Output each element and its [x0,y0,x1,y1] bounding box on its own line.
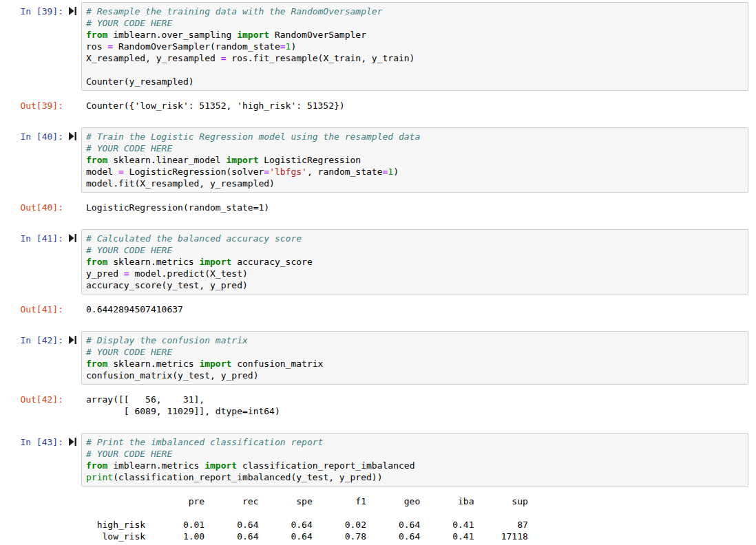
output-line: high_risk 0.01 0.64 0.64 0.02 0.64 0.41 … [86,519,752,531]
output-prompt: Out[42]: [0,394,63,405]
run-cell-icon[interactable] [69,438,76,446]
code-line: y_pred = model.predict(X_test) [86,268,744,279]
run-cell-icon[interactable] [69,336,76,344]
input-prompt: In [43]: [0,433,63,448]
output-line [86,542,752,545]
run-cell-icon[interactable] [69,7,76,15]
code-line: # YOUR CODE HERE [86,244,744,256]
code-line: accuracy_score(y_test, y_pred) [86,279,744,291]
output-area: LogisticRegression(random_state=1) [81,202,756,213]
code-cell-40: In [40]: # Train the Logistic Regression… [0,127,756,213]
code-line: model.fit(X_resampled, y_resampled) [86,178,744,189]
code-line: # YOUR CODE HERE [86,346,744,358]
input-prompt: In [40]: [0,127,63,142]
code-line: # YOUR CODE HERE [86,17,744,29]
code-line: # Print the imbalanced classification re… [86,436,744,448]
output-line: low_risk 1.00 0.64 0.64 0.78 0.64 0.41 1… [86,531,752,542]
code-line: # YOUR CODE HERE [86,142,744,154]
output-area: Counter({'low_risk': 51352, 'high_risk':… [81,100,756,111]
code-cell-39: In [39]: # Resample the training data wi… [0,2,756,111]
code-line: ros = RandomOverSampler(random_state=1) [86,41,744,52]
notebook-area: In [39]: # Resample the training data wi… [0,0,756,545]
play-step-icon [69,132,76,140]
code-line: confusion_matrix(y_test, y_pred) [86,370,744,381]
output-line: array([[ 56, 31], [86,394,752,405]
run-cell-icon[interactable] [69,234,76,242]
output-prompt: Out[40]: [0,202,63,213]
code-editor[interactable]: # Train the Logistic Regression model us… [81,127,748,193]
play-step-icon [69,234,76,242]
code-editor[interactable]: # Display the confusion matrix# YOUR COD… [81,331,748,385]
code-line: Counter(y_resampled) [86,76,744,87]
input-prompt: In [39]: [0,2,63,17]
run-cell-icon[interactable] [69,132,76,140]
code-cell-41: In [41]: # Calculated the balanced accur… [0,229,756,315]
output-line: Counter({'low_risk': 51352, 'high_risk':… [86,100,752,111]
code-line: from sklearn.metrics import accuracy_sco… [86,256,744,268]
code-line: from sklearn.metrics import confusion_ma… [86,358,744,370]
code-line: # Calculated the balanced accuracy score [86,233,744,244]
code-line [86,64,744,76]
code-line: X_resampled, y_resampled = ros.fit_resam… [86,52,744,64]
output-line: LogisticRegression(random_state=1) [86,202,752,213]
code-cell-43: In [43]: # Print the imbalanced classifi… [0,433,756,545]
output-line [86,507,752,519]
play-step-icon [69,438,76,446]
code-editor[interactable]: # Resample the training data with the Ra… [81,2,748,91]
code-editor[interactable]: # Print the imbalanced classification re… [81,433,748,487]
input-prompt: In [41]: [0,229,63,244]
code-line: # YOUR CODE HERE [86,448,744,460]
output-line: 0.6442894507410637 [86,303,752,315]
play-step-icon [69,7,76,15]
output-prompt: Out[41]: [0,303,63,315]
code-editor[interactable]: # Calculated the balanced accuracy score… [81,229,748,295]
code-line: from imblearn.over_sampling import Rando… [86,29,744,41]
code-line: from imblearn.metrics import classificat… [86,460,744,471]
play-step-icon [69,336,76,344]
output-area: array([[ 56, 31], [ 6089, 11029]], dtype… [81,394,756,417]
output-prompt: Out[39]: [0,100,63,111]
output-line: pre rec spe f1 geo iba sup [86,495,752,507]
input-prompt: In [42]: [0,331,63,346]
output-line: [ 6089, 11029]], dtype=int64) [86,405,752,417]
code-line: # Display the confusion matrix [86,334,744,346]
code-line: # Train the Logistic Regression model us… [86,131,744,142]
code-cell-42: In [42]: # Display the confusion matrix#… [0,331,756,417]
output-area: 0.6442894507410637 [81,303,756,315]
classification-report-output: pre rec spe f1 geo iba sup high_risk 0.0… [81,495,756,545]
code-line: print(classification_report_imbalanced(y… [86,471,744,483]
code-line: from sklearn.linear_model import Logisti… [86,154,744,166]
code-line: model = LogisticRegression(solver='lbfgs… [86,166,744,178]
code-line: # Resample the training data with the Ra… [86,6,744,17]
